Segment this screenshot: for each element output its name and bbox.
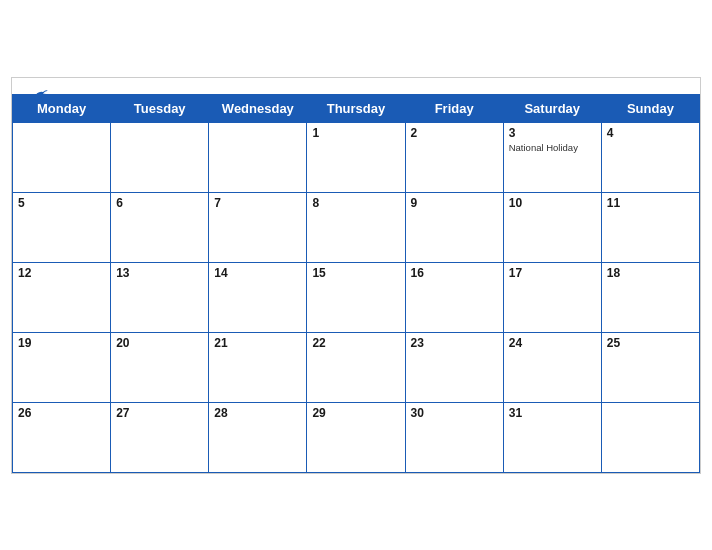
calendar-week-row: 262728293031 xyxy=(13,402,700,472)
calendar-container: MondayTuesdayWednesdayThursdayFridaySatu… xyxy=(11,77,701,474)
weekday-header-tuesday: Tuesday xyxy=(111,94,209,122)
calendar-cell xyxy=(111,122,209,192)
calendar-cell: 10 xyxy=(503,192,601,262)
day-number: 7 xyxy=(214,196,301,210)
calendar-cell: 28 xyxy=(209,402,307,472)
calendar-table: MondayTuesdayWednesdayThursdayFridaySatu… xyxy=(12,94,700,473)
calendar-week-row: 567891011 xyxy=(13,192,700,262)
calendar-cell: 19 xyxy=(13,332,111,402)
day-number: 3 xyxy=(509,126,596,140)
calendar-cell: 15 xyxy=(307,262,405,332)
calendar-cell: 24 xyxy=(503,332,601,402)
day-number: 20 xyxy=(116,336,203,350)
calendar-cell: 6 xyxy=(111,192,209,262)
calendar-week-row: 19202122232425 xyxy=(13,332,700,402)
day-number: 10 xyxy=(509,196,596,210)
weekday-header-friday: Friday xyxy=(405,94,503,122)
day-number: 30 xyxy=(411,406,498,420)
day-number: 31 xyxy=(509,406,596,420)
logo-area xyxy=(28,86,49,104)
calendar-cell: 21 xyxy=(209,332,307,402)
calendar-week-row: 123National Holiday4 xyxy=(13,122,700,192)
day-number: 19 xyxy=(18,336,105,350)
calendar-cell: 3National Holiday xyxy=(503,122,601,192)
calendar-cell: 25 xyxy=(601,332,699,402)
day-number: 22 xyxy=(312,336,399,350)
calendar-cell: 31 xyxy=(503,402,601,472)
day-number: 6 xyxy=(116,196,203,210)
day-number: 24 xyxy=(509,336,596,350)
calendar-cell xyxy=(13,122,111,192)
calendar-cell: 1 xyxy=(307,122,405,192)
calendar-cell: 20 xyxy=(111,332,209,402)
day-number: 15 xyxy=(312,266,399,280)
calendar-cell xyxy=(601,402,699,472)
day-number: 11 xyxy=(607,196,694,210)
day-number: 16 xyxy=(411,266,498,280)
day-number: 17 xyxy=(509,266,596,280)
day-number: 5 xyxy=(18,196,105,210)
calendar-header xyxy=(12,78,700,94)
calendar-cell xyxy=(209,122,307,192)
day-number: 9 xyxy=(411,196,498,210)
calendar-cell: 4 xyxy=(601,122,699,192)
logo-blue-text xyxy=(28,86,49,104)
calendar-cell: 9 xyxy=(405,192,503,262)
calendar-cell: 16 xyxy=(405,262,503,332)
calendar-cell: 2 xyxy=(405,122,503,192)
day-number: 21 xyxy=(214,336,301,350)
day-number: 1 xyxy=(312,126,399,140)
day-note: National Holiday xyxy=(509,142,596,154)
weekday-header-wednesday: Wednesday xyxy=(209,94,307,122)
calendar-cell: 11 xyxy=(601,192,699,262)
day-number: 29 xyxy=(312,406,399,420)
calendar-cell: 14 xyxy=(209,262,307,332)
calendar-cell: 7 xyxy=(209,192,307,262)
weekday-header-row: MondayTuesdayWednesdayThursdayFridaySatu… xyxy=(13,94,700,122)
calendar-cell: 8 xyxy=(307,192,405,262)
calendar-cell: 5 xyxy=(13,192,111,262)
day-number: 4 xyxy=(607,126,694,140)
day-number: 2 xyxy=(411,126,498,140)
day-number: 23 xyxy=(411,336,498,350)
weekday-header-saturday: Saturday xyxy=(503,94,601,122)
weekday-header-sunday: Sunday xyxy=(601,94,699,122)
day-number: 12 xyxy=(18,266,105,280)
calendar-cell: 17 xyxy=(503,262,601,332)
day-number: 13 xyxy=(116,266,203,280)
day-number: 28 xyxy=(214,406,301,420)
calendar-cell: 18 xyxy=(601,262,699,332)
day-number: 14 xyxy=(214,266,301,280)
day-number: 18 xyxy=(607,266,694,280)
calendar-cell: 26 xyxy=(13,402,111,472)
calendar-cell: 29 xyxy=(307,402,405,472)
calendar-cell: 13 xyxy=(111,262,209,332)
calendar-cell: 22 xyxy=(307,332,405,402)
calendar-cell: 30 xyxy=(405,402,503,472)
calendar-week-row: 12131415161718 xyxy=(13,262,700,332)
day-number: 8 xyxy=(312,196,399,210)
day-number: 26 xyxy=(18,406,105,420)
day-number: 25 xyxy=(607,336,694,350)
day-number: 27 xyxy=(116,406,203,420)
calendar-cell: 27 xyxy=(111,402,209,472)
logo-bird-icon xyxy=(31,86,49,104)
calendar-cell: 12 xyxy=(13,262,111,332)
calendar-cell: 23 xyxy=(405,332,503,402)
weekday-header-thursday: Thursday xyxy=(307,94,405,122)
